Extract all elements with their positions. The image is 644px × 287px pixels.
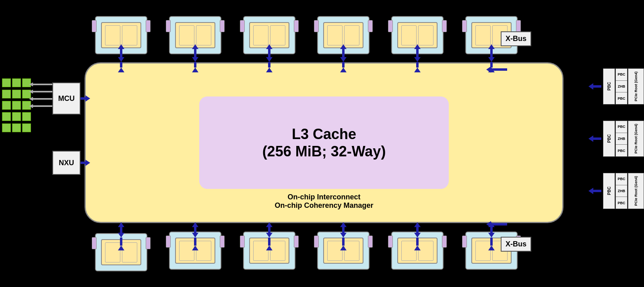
xbus-top-label: X-Bus [506,35,526,43]
mem-chip [12,78,21,87]
interconnect-line1: On-chip Interconnect [275,193,373,201]
pcie-group-1: PBC PBC ZHB PBC PCIe Root (Gen4) [588,121,644,157]
mem-row-4 [2,123,31,132]
chip-area: L3 Cache (256 MiB; 32-Way) On-chip Inter… [85,62,564,223]
mem-row-0 [2,78,31,87]
wing-left [388,20,393,32]
pcie-text-2: PCIe Root (Gen4) [634,176,638,206]
pcie-arrow-0 [588,68,601,105]
pcie-text-0: PCIe Root (Gen4) [634,72,638,101]
pbc-side-label-1: PBC [607,134,611,143]
wing-right [516,20,521,32]
pbc-side-label-0: PBC [607,82,611,90]
mem-chip [12,101,21,110]
pcie-text-1: PCIe Root (Gen4) [634,124,638,154]
l3-title-line2: (256 MiB; 32-Way) [262,143,386,160]
pbc-bottom-0: PBC [616,92,627,104]
wing-right [146,20,151,32]
wing-left [166,20,171,32]
top-arrow-1 [192,44,198,72]
wing-right [368,20,373,32]
pbc-side-1: PBC [603,121,615,157]
interconnect-text: On-chip Interconnect On-chip Coherency M… [275,193,373,210]
zhb-2: ZHB [616,185,627,197]
top-core-1-wings [166,20,225,32]
top-core-3-label: Core [333,4,353,14]
pbc-zhb-stack-0: PBC ZHB PBC [615,68,627,105]
l3-cache-title: L3 Cache (256 MiB; 32-Way) [262,125,386,160]
wing-left [388,236,393,248]
xbus-top-arrow [486,66,507,73]
top-arrow-3 [340,44,347,72]
nxu-label: NXU [59,159,74,167]
mem-chip [12,112,21,121]
mem-chip [2,78,11,87]
interconnect-line2: On-chip Coherency Manager [275,201,373,210]
pcie-arrow-1 [588,121,601,157]
wing-right [220,20,225,32]
bottom-core-0-label: Core [111,273,131,283]
xbus-bottom-label: X-Bus [506,240,526,248]
wing-left [462,236,467,248]
bottom-arrow-3 [340,222,347,250]
l3-cache-box: L3 Cache (256 MiB; 32-Way) [199,96,449,189]
wing-right [368,236,373,248]
mcu-block: MCU [52,82,80,115]
mem-chip [2,101,11,110]
mem-row-2 [2,101,31,110]
pbc-side-label-2: PBC [607,187,611,195]
wing-left [240,20,245,32]
top-core-5-label: Core [481,4,501,14]
pbc-top-1: PBC [616,121,627,133]
wing-left [314,20,319,32]
top-core-4-wings [388,20,447,32]
nxu-block: NXU [52,151,80,175]
mem-chip [12,123,21,132]
wing-right [294,20,299,32]
wing-left [314,236,319,248]
memory-modules [2,78,31,132]
bottom-core-3-label: Core [333,271,353,282]
top-arrow-2 [266,44,272,72]
pbc-bottom-1: PBC [616,145,627,156]
top-arrow-4 [414,44,421,72]
top-core-2-label: Core [259,4,279,14]
mem-chip [2,112,11,121]
wing-left [462,20,467,32]
mem-row-3 [2,112,31,121]
pcie-group-2: PBC PBC ZHB PBC PCIe Root (Gen4) [588,173,644,209]
wing-right [442,20,447,32]
zhb-1: ZHB [616,133,627,145]
pbc-bottom-2: PBC [616,197,627,209]
mem-chip [22,123,31,132]
wing-right [442,236,447,248]
diagram: L3 Cache (256 MiB; 32-Way) On-chip Inter… [0,0,644,287]
pbc-side-2: PBC [603,173,615,209]
top-core-0-wings [92,20,151,32]
pcie-label-1: PCIe Root (Gen4) [628,121,644,157]
bottom-core-2-label: Core [259,271,279,282]
pbc-zhb-stack-1: PBC ZHB PBC [615,121,627,157]
pbc-zhb-stack-2: PBC ZHB PBC [615,173,627,209]
top-core-2-wings [240,20,299,32]
bottom-arrow-0 [118,222,124,250]
top-arrow-0 [118,44,124,72]
xbus-bottom: X-Bus [501,237,531,252]
pbc-side-0: PBC [603,68,615,105]
xbus-bottom-arrow [486,221,507,228]
xbus-top: X-Bus [501,31,531,46]
top-core-1-label: Core [185,4,205,14]
zhb-0: ZHB [616,81,627,93]
top-core-4-label: Core [407,4,427,14]
wing-right [294,236,299,248]
wing-left [92,237,97,249]
mem-chip [2,90,11,98]
bottom-core-5-label: Core [481,271,501,282]
mem-chip [2,123,11,132]
bottom-arrow-1 [192,222,198,250]
wing-left [166,236,171,248]
top-core-0-label: Core [111,4,131,14]
wing-left [240,236,245,248]
bottom-arrow-2 [266,222,272,250]
pcie-label-0: PCIe Root (Gen4) [628,68,644,105]
